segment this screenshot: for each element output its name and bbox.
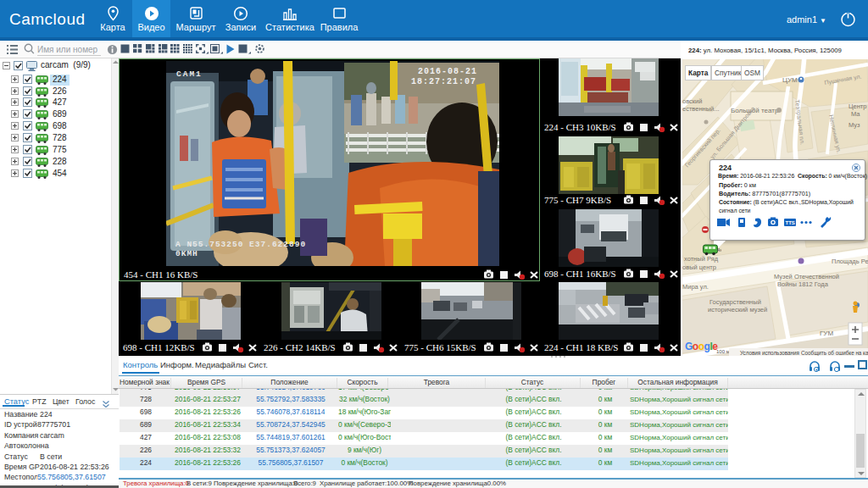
svg-text:ественный...: ественный... [682,105,720,113]
svg-text:2016-08-21: 2016-08-21 [418,67,477,76]
svg-text:ГУМ: ГУМ [820,330,833,337]
svg-text:овый центр: овый центр [682,263,716,271]
svg-text:0KMH: 0KMH [175,249,198,258]
svg-text:Войны 1812 Года: Войны 1812 Года [777,280,829,288]
svg-text:Музей Отечественной: Музей Отечественной [774,273,839,280]
svg-text:Муз: Муз [849,121,860,129]
svg-text:Ма: Ма [851,110,860,118]
svg-text:TTS: TTS [786,220,795,225]
svg-text:4x4: 4x4 [717,247,721,252]
svg-text:ЦУМ: ЦУМ [782,76,798,84]
svg-text:Центр: Центр [849,103,866,110]
svg-text:+: + [815,367,819,372]
svg-text:Государственный: Государственный [709,298,761,306]
svg-text:CAM1: CAM1 [176,69,203,79]
svg-text:A N55.753250 E37.622890: A N55.753250 E37.622890 [175,240,306,249]
svg-text:18:27:21:07: 18:27:21:07 [411,77,476,86]
svg-text:овский: овский [682,97,702,105]
svg-text:исторический музей: исторический музей [708,306,767,313]
svg-text:Площадь Револ: Площадь Револ [832,258,868,265]
svg-text:Мира ул.: Мира ул. [682,283,709,291]
